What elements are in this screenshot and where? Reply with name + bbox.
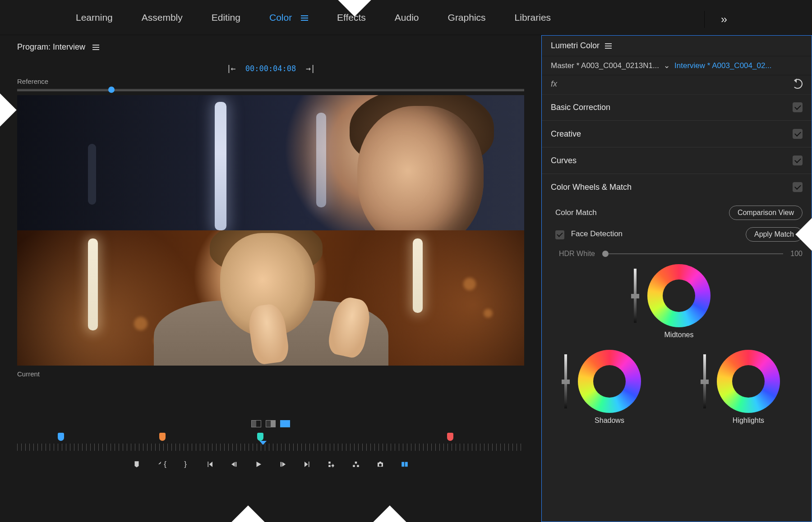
program-scrub-playhead[interactable]: [108, 87, 115, 93]
workspace-tab-graphics[interactable]: Graphics: [444, 8, 489, 27]
add-marker-button[interactable]: [131, 459, 142, 470]
reference-label: Reference: [0, 75, 541, 86]
color-match-title: Color Match: [555, 208, 597, 217]
export-frame-button[interactable]: [375, 459, 386, 470]
program-monitor: [17, 95, 524, 366]
reference-view: [17, 95, 524, 230]
hdr-white-value[interactable]: 100: [790, 250, 803, 258]
highlights-luma-slider[interactable]: [703, 354, 706, 408]
view-mode-split[interactable]: [266, 420, 276, 427]
lumetri-active-clip: Interview * A003_C004_02...: [674, 61, 771, 70]
workspace-overflow-button[interactable]: ››: [704, 11, 726, 28]
program-panel-title: Program: Interview: [17, 42, 85, 52]
lumetri-clip-selector[interactable]: Master * A003_C004_0213N1... ⌄ Interview…: [542, 56, 812, 75]
lumetri-panel-title: Lumetri Color: [551, 41, 600, 50]
goto-in-button[interactable]: |←: [226, 64, 235, 73]
section-basic-correction[interactable]: Basic Correction: [542, 94, 812, 120]
time-ruler[interactable]: [17, 444, 524, 451]
program-scrub-bar[interactable]: [17, 89, 524, 92]
face-detection-row[interactable]: Face Detection: [555, 229, 623, 239]
workspace-tab-color[interactable]: Color: [266, 8, 312, 27]
section-curves-toggle[interactable]: [793, 156, 803, 165]
section-color-wheels[interactable]: Color Wheels & Match: [542, 174, 812, 200]
go-to-in-button[interactable]: [204, 459, 215, 470]
section-creative[interactable]: Creative: [542, 120, 812, 147]
workspace-tab-editing[interactable]: Editing: [208, 8, 244, 27]
shadows-wheel[interactable]: Shadows: [578, 350, 641, 425]
highlights-wheel[interactable]: Highlights: [717, 350, 780, 425]
workspace-tab-assembly[interactable]: Assembly: [138, 8, 186, 27]
section-basic-correction-toggle[interactable]: [793, 102, 803, 112]
mark-in-button[interactable]: {: [156, 459, 166, 470]
shadows-luma-slider[interactable]: [564, 354, 567, 408]
program-panel-header: Program: Interview: [0, 35, 541, 56]
section-creative-toggle[interactable]: [793, 129, 803, 139]
current-view: [17, 230, 524, 366]
program-timecode[interactable]: 00:00:04:08: [245, 64, 296, 73]
section-creative-label: Creative: [551, 129, 581, 139]
shadows-label: Shadows: [578, 417, 641, 425]
marker-orange[interactable]: [159, 433, 166, 441]
face-detection-checkbox[interactable]: [555, 230, 564, 239]
lumetri-master-clip: Master * A003_C004_0213N1...: [551, 61, 659, 70]
workspace-tab-learning[interactable]: Learning: [72, 8, 116, 27]
chevron-down-icon: ⌄: [664, 61, 670, 70]
workspace-tab-libraries[interactable]: Libraries: [511, 8, 555, 27]
extract-button[interactable]: [351, 459, 361, 470]
apply-match-button[interactable]: Apply Match: [746, 227, 803, 242]
view-mode-selector: [17, 420, 524, 427]
hdr-white-slider[interactable]: [602, 253, 783, 254]
goto-out-button[interactable]: →|: [306, 64, 315, 73]
workspace-tab-color-label: Color: [269, 12, 292, 23]
fx-badge[interactable]: fx: [551, 79, 557, 89]
comparison-view-button[interactable]: [399, 459, 410, 470]
section-basic-correction-label: Basic Correction: [551, 103, 610, 112]
section-color-wheels-label: Color Wheels & Match: [551, 183, 632, 192]
section-color-wheels-toggle[interactable]: [793, 182, 803, 192]
lumetri-panel-menu-icon[interactable]: [605, 43, 612, 49]
workspace-tab-menu-icon[interactable]: [301, 15, 308, 21]
lumetri-color-panel: Lumetri Color Master * A003_C004_0213N1.…: [541, 35, 812, 522]
current-label: Current: [0, 366, 541, 380]
marker-cyan[interactable]: [257, 433, 263, 441]
lift-button[interactable]: [326, 459, 337, 470]
mark-out-button[interactable]: }: [180, 459, 191, 470]
program-panel-menu-icon[interactable]: [92, 45, 99, 50]
hdr-white-label: HDR White: [559, 250, 595, 258]
view-mode-side-by-side[interactable]: [251, 420, 261, 427]
go-to-out-button[interactable]: [302, 459, 313, 470]
workspace-bar: Learning Assembly Editing Color Effects …: [0, 0, 812, 35]
workspace-tab-audio[interactable]: Audio: [391, 8, 423, 27]
section-curves[interactable]: Curves: [542, 147, 812, 174]
marker-red[interactable]: [447, 433, 453, 441]
step-back-button[interactable]: [229, 459, 240, 470]
comparison-view-pill[interactable]: Comparison View: [729, 206, 803, 220]
program-timecode-row: |← 00:00:04:08 →|: [0, 56, 541, 75]
face-detection-label: Face Detection: [571, 229, 623, 238]
section-curves-label: Curves: [551, 156, 577, 165]
reset-effect-button[interactable]: [793, 79, 803, 89]
midtones-label: Midtones: [647, 331, 710, 339]
transport-controls: { }: [17, 451, 524, 476]
marker-track[interactable]: [17, 432, 524, 443]
color-wheels-area: Midtones Shadows Highlights: [555, 260, 803, 440]
marker-blue[interactable]: [58, 433, 64, 441]
highlights-label: Highlights: [717, 417, 780, 425]
midtones-luma-slider[interactable]: [634, 269, 637, 323]
workspace-tabs: Learning Assembly Editing Color Effects …: [72, 8, 554, 27]
play-button[interactable]: [253, 459, 264, 470]
step-forward-button[interactable]: [277, 459, 288, 470]
midtones-wheel[interactable]: Midtones: [647, 264, 710, 339]
view-mode-comparison[interactable]: [280, 420, 290, 427]
